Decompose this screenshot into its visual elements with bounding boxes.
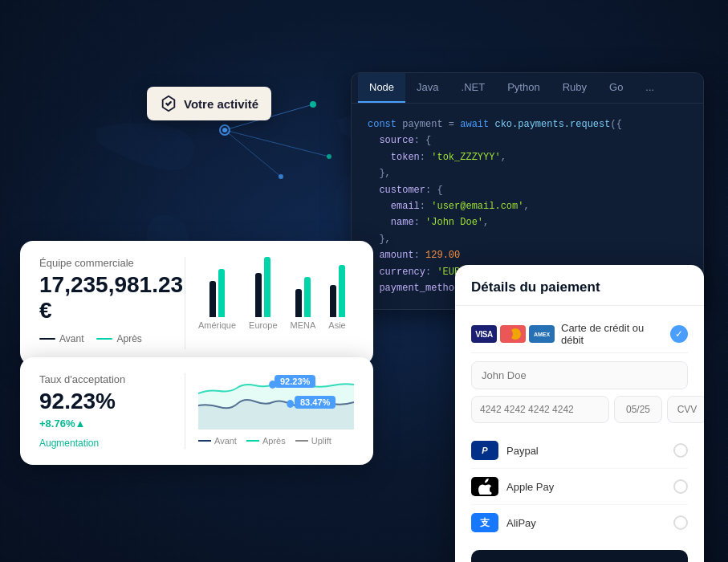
bar-group-europe: Europe <box>249 257 277 330</box>
uplift-row: +8.76%▲ <box>39 417 172 430</box>
name-input[interactable] <box>471 361 688 389</box>
bar-amerique-after <box>218 269 225 317</box>
acc-divider <box>185 373 185 449</box>
paypal-option[interactable]: P Paypal <box>471 433 688 469</box>
bar-asie-before <box>330 285 336 317</box>
acc-legend-before: Avant <box>214 436 237 446</box>
tab-python[interactable]: Python <box>496 73 551 103</box>
applepay-option[interactable]: Apple Pay <box>471 469 688 505</box>
bar-group-asie: Asie <box>328 265 345 330</box>
vertical-divider <box>185 257 185 349</box>
bar-label-asie: Asie <box>328 320 345 330</box>
uplift-value: +8.76%▲ <box>39 417 85 430</box>
acc-legend-uplift: Uplift <box>311 436 331 446</box>
check-circle: ✓ <box>670 325 688 343</box>
bar-europe-before <box>255 273 262 317</box>
bar-asie-after <box>339 265 345 317</box>
legend-after-line <box>96 338 112 340</box>
tab-java[interactable]: Java <box>405 73 449 103</box>
alipay-radio[interactable] <box>673 515 688 530</box>
bar-mena-before <box>295 289 302 317</box>
card-type-row[interactable]: VISA AMEX Carte de crédit ou débit ✓ <box>471 316 688 353</box>
bar-label-mena: MENA <box>291 320 316 330</box>
tab-dotnet[interactable]: .NET <box>450 73 497 103</box>
bar-label-europe: Europe <box>249 320 277 330</box>
sales-card: Équipe commerciale 17,235,981.23 € Avant… <box>20 241 373 365</box>
tab-ruby[interactable]: Ruby <box>551 73 598 103</box>
payment-body: VISA AMEX Carte de crédit ou débit ✓ P P… <box>455 306 704 562</box>
badge-92: 92.23% <box>275 375 315 388</box>
cvv-input[interactable] <box>667 396 704 423</box>
amex-logo: AMEX <box>529 325 555 343</box>
sales-legend: Avant Après <box>39 333 172 344</box>
paypal-label: Paypal <box>506 445 665 457</box>
applepay-icon <box>471 477 498 496</box>
acc-legend-after: Après <box>262 436 286 446</box>
legend-after: Après <box>96 333 141 344</box>
alipay-icon: 支 <box>471 513 498 532</box>
applepay-label: Apple Pay <box>506 481 665 493</box>
paypal-icon: P <box>471 441 498 460</box>
bar-group-amerique: Amérique <box>198 269 236 330</box>
legend-before-label: Avant <box>59 333 83 344</box>
bar-amerique-before <box>209 281 216 317</box>
bar-label-amerique: Amérique <box>198 320 236 330</box>
sales-label: Équipe commerciale <box>39 257 172 269</box>
tab-go[interactable]: Go <box>598 73 634 103</box>
uplift-label: Augmentation <box>39 438 172 449</box>
alipay-label: AliPay <box>506 517 665 529</box>
legend-before: Avant <box>39 333 83 344</box>
legend-before-line <box>39 338 55 340</box>
acceptance-rate: 92.23% <box>39 389 172 414</box>
expiry-input[interactable] <box>614 396 662 423</box>
tab-node[interactable]: Node <box>358 73 405 103</box>
sales-amount: 17,235,981.23 € <box>39 272 172 324</box>
hex-icon <box>160 95 177 112</box>
svg-point-11 <box>287 400 294 408</box>
card-number-row <box>471 396 688 423</box>
activity-badge: Votre activité <box>147 87 271 120</box>
legend-after-label: Après <box>116 333 141 344</box>
activity-badge-label: Votre activité <box>184 97 258 111</box>
bar-mena-after <box>304 277 311 317</box>
badge-83: 83.47% <box>295 396 336 409</box>
mastercard-logo <box>500 325 526 343</box>
pay-button[interactable]: Payez 129,00 € <box>471 550 688 562</box>
acceptance-label: Taux d'acceptation <box>39 373 172 385</box>
acceptance-card: Taux d'acceptation 92.23% +8.76%▲ Augmen… <box>20 357 373 465</box>
alipay-option[interactable]: 支 AliPay <box>471 505 688 540</box>
card-logos: VISA AMEX <box>471 325 555 343</box>
code-tabs: Node Java .NET Python Ruby Go ... <box>352 73 703 104</box>
payment-title: Détails du paiement <box>455 265 704 306</box>
sparkline-area: 92.23% 83.47% Avant Après Uplift <box>198 373 354 446</box>
visa-logo: VISA <box>471 325 497 343</box>
applepay-radio[interactable] <box>673 479 688 494</box>
payment-panel: Détails du paiement VISA AMEX Carte de c… <box>455 265 704 562</box>
bar-group-mena: MENA <box>291 277 316 330</box>
bar-europe-after <box>264 257 270 317</box>
card-type-label: Carte de crédit ou débit <box>561 322 664 346</box>
tab-more[interactable]: ... <box>634 73 665 103</box>
card-number-input[interactable] <box>471 396 609 423</box>
paypal-radio[interactable] <box>673 443 688 458</box>
